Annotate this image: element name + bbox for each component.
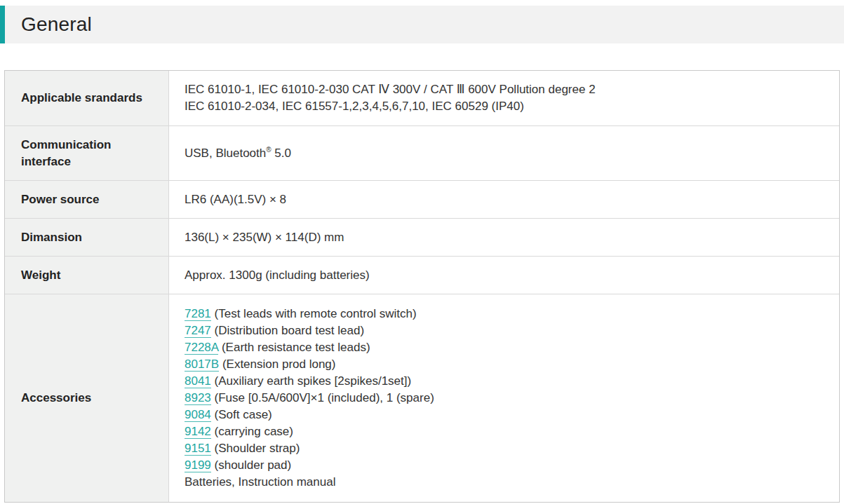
dimension-value: 136(L) × 235(W) × 114(D) mm	[185, 229, 825, 246]
row-label: Dimansion	[5, 219, 169, 256]
accessory-line: 9142 (carrying case)	[185, 423, 825, 440]
accessory-description: (Soft case)	[211, 408, 272, 421]
standards-line-2: IEC 61010-2-034, IEC 61557-1,2,3,4,5,6,7…	[185, 98, 825, 115]
row-label: Applicable srandards	[5, 71, 169, 125]
row-value: LR6 (AA)(1.5V) × 8	[169, 181, 839, 218]
accessory-description: (Distribution board test lead)	[211, 324, 364, 337]
section-header: General	[0, 6, 844, 43]
table-row-power-source: Power source LR6 (AA)(1.5V) × 8	[5, 181, 839, 219]
accessory-description: (Earth resistance test leads)	[218, 341, 370, 354]
row-value: 136(L) × 235(W) × 114(D) mm	[169, 219, 839, 256]
accessory-description: (Test leads with remote control switch)	[211, 307, 417, 320]
row-label: Weight	[5, 257, 169, 294]
accessory-link[interactable]: 7281	[185, 307, 211, 321]
page-title: General	[5, 13, 92, 36]
accessory-link[interactable]: 7247	[185, 324, 211, 338]
accessory-line: 7247 (Distribution board test lead)	[185, 322, 825, 339]
accessory-link[interactable]: 9199	[185, 458, 211, 472]
accessory-link[interactable]: 9142	[185, 425, 211, 439]
accessory-line: 9084 (Soft case)	[185, 407, 825, 423]
row-label: Accessories	[5, 294, 169, 502]
table-row-applicable-standards: Applicable srandards IEC 61010-1, IEC 61…	[5, 71, 839, 126]
accessory-link[interactable]: 8017B	[185, 357, 219, 372]
accessories-extra-line: Batteries, Instruction manual	[185, 474, 825, 491]
accessory-link[interactable]: 7228A	[185, 341, 218, 355]
accessories-list: 7281 (Test leads with remote control swi…	[185, 306, 825, 474]
row-value: Approx. 1300g (including batteries)	[169, 257, 839, 294]
registered-trademark-symbol: ®	[266, 146, 271, 154]
table-row-dimension: Dimansion 136(L) × 235(W) × 114(D) mm	[5, 219, 839, 257]
communication-value-suffix: 5.0	[272, 147, 291, 160]
row-label: Power source	[5, 181, 169, 218]
accessory-line: 9151 (Shoulder strap)	[185, 440, 825, 457]
table-row-communication-interface: Communication interface USB, Bluetooth® …	[5, 126, 839, 181]
communication-value-prefix: USB, Bluetooth	[185, 147, 266, 160]
accessory-line: 7281 (Test leads with remote control swi…	[185, 306, 825, 322]
accessory-description: (shoulder pad)	[211, 458, 291, 472]
weight-value: Approx. 1300g (including batteries)	[185, 267, 825, 284]
accessory-link[interactable]: 8041	[185, 374, 211, 388]
accessory-line: 9199 (shoulder pad)	[185, 457, 825, 474]
accessory-line: 7228A (Earth resistance test leads)	[185, 339, 825, 356]
row-label: Communication interface	[5, 126, 169, 180]
power-source-value: LR6 (AA)(1.5V) × 8	[185, 191, 825, 208]
accessory-description: (Shoulder strap)	[211, 442, 300, 455]
accessory-line: 8923 (Fuse [0.5A/600V]×1 (included), 1 (…	[185, 390, 825, 407]
accessory-description: (Extension prod long)	[219, 357, 335, 371]
accessory-description: (carrying case)	[211, 425, 293, 438]
communication-value: USB, Bluetooth® 5.0	[185, 145, 825, 162]
accessory-description: (Auxiliary earth spikes [2spikes/1set])	[211, 374, 411, 388]
row-value: USB, Bluetooth® 5.0	[169, 126, 839, 180]
accessory-link[interactable]: 9151	[185, 442, 211, 456]
standards-line-1: IEC 61010-1, IEC 61010-2-030 CAT Ⅳ 300V …	[185, 81, 825, 98]
table-row-weight: Weight Approx. 1300g (including batterie…	[5, 257, 839, 294]
accessory-description: (Fuse [0.5A/600V]×1 (included), 1 (spare…	[211, 391, 434, 404]
accessory-line: 8017B (Extension prod long)	[185, 356, 825, 373]
row-value: IEC 61010-1, IEC 61010-2-030 CAT Ⅳ 300V …	[169, 71, 839, 125]
row-value: 7281 (Test leads with remote control swi…	[169, 294, 839, 502]
table-row-accessories: Accessories 7281 (Test leads with remote…	[5, 294, 839, 502]
accessory-link[interactable]: 8923	[185, 391, 211, 405]
accessory-line: 8041 (Auxiliary earth spikes [2spikes/1s…	[185, 373, 825, 390]
spec-table: Applicable srandards IEC 61010-1, IEC 61…	[4, 70, 840, 503]
accessory-link[interactable]: 9084	[185, 408, 211, 422]
